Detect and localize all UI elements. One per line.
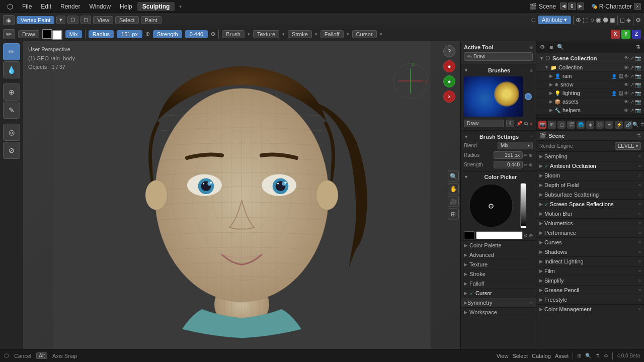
brush-delete-icon[interactable]: ×	[530, 121, 533, 127]
brushes-header[interactable]: ▼ Brushes ≡	[464, 66, 533, 74]
render-engine-select[interactable]: EEVEE ▾	[615, 142, 641, 150]
brightness-bar[interactable]	[520, 183, 526, 228]
render-scene-expand-icon[interactable]: ⚗	[636, 133, 641, 138]
grid-bottom-icon[interactable]: ⊞	[577, 353, 581, 358]
render-panel-search[interactable]: 🔍	[632, 122, 638, 127]
falloff-section[interactable]: ▶ Falloff	[461, 279, 536, 289]
asset-bottom-btn[interactable]: Asset	[555, 353, 569, 359]
panel-search-icon[interactable]: 🔍	[556, 43, 565, 51]
color-palette-section[interactable]: ▶ Color Palette	[461, 241, 536, 250]
transform-tool[interactable]: ⊕	[3, 83, 20, 101]
render-scene-icon[interactable]: 🎬	[567, 121, 575, 129]
sc-snow-item[interactable]: ▶ ❄ snow 👁 ↗ 📷	[536, 80, 644, 89]
color-a-swatch[interactable]	[42, 29, 52, 39]
rain-icon1[interactable]: 👤	[611, 74, 617, 79]
assets-eye[interactable]: 👁	[624, 99, 629, 105]
strength-label-btn[interactable]: Strength	[153, 30, 182, 38]
cursor-section[interactable]: ▶ ✓ Cursor	[461, 289, 536, 298]
render-obj-icon[interactable]: ◈	[586, 121, 594, 129]
sc-collection-item[interactable]: ▼ 📁 Collection 👁 ↗ 📷	[536, 63, 644, 72]
dof-section[interactable]: ▶ Depth of Field ≡	[536, 180, 644, 190]
assets-cursor[interactable]: ↗	[630, 99, 634, 105]
cursor-tool[interactable]: ◎	[3, 124, 20, 141]
color-reset-icon[interactable]: ↺	[524, 233, 528, 238]
helpers-cursor[interactable]: ↗	[630, 108, 634, 113]
render-output-icon[interactable]: ⊞	[548, 121, 556, 129]
sss-section[interactable]: ▶ Subsurface Scattering ≡	[536, 190, 644, 200]
color-b-swatch[interactable]	[52, 30, 62, 40]
zoom-icon[interactable]: 🔍	[448, 171, 459, 182]
view-icon2[interactable]: ⬚	[583, 16, 589, 24]
viewport[interactable]: X Z User Perspective (1) GEO-rain_body O…	[23, 41, 460, 349]
active-tool-more[interactable]: ≡	[530, 45, 533, 50]
rain-eye[interactable]: 👁	[624, 73, 629, 79]
rain-render[interactable]: 📷	[635, 73, 641, 79]
sc-render-icon[interactable]: 📷	[635, 55, 641, 61]
select-btn[interactable]: Select	[115, 16, 139, 24]
menu-help[interactable]: Help	[116, 2, 136, 11]
falloff-btn[interactable]: Falloff	[320, 30, 344, 38]
brush-active-indicator[interactable]	[525, 93, 532, 100]
helpers-render[interactable]: 📷	[635, 108, 641, 113]
panel-settings-icon[interactable]: ⚙	[538, 43, 546, 51]
perf-section[interactable]: ▶ Performance ≡	[536, 228, 644, 238]
nav-btn-red[interactable]: ●	[443, 60, 455, 72]
advanced-section[interactable]: ▶ Advanced	[461, 250, 536, 260]
sc-cursor-icon[interactable]: ↗	[630, 55, 634, 61]
nav-btn-green[interactable]: ●	[443, 75, 455, 87]
color-picker-icon[interactable]: ⊕	[529, 233, 533, 238]
brush-copy-icon[interactable]: ⧉	[524, 121, 528, 127]
panel-filter-icon[interactable]: ≡	[547, 43, 555, 51]
render-phys-icon[interactable]: ⚡	[615, 121, 623, 129]
pressure-icon2[interactable]: ⊕	[211, 31, 215, 37]
menu-edit[interactable]: Edit	[37, 2, 55, 11]
swatch-white[interactable]	[476, 231, 523, 239]
grid-icon[interactable]: ⊞	[448, 209, 459, 220]
symmetry-section[interactable]: ▶ Symmetry ≡	[461, 298, 536, 308]
brush-btn[interactable]: Brush	[222, 30, 245, 38]
brush-name-input[interactable]: Draw	[464, 120, 504, 127]
li-icon1[interactable]: 👤	[611, 91, 617, 96]
workspace-sculpting[interactable]: Sculpting	[137, 2, 175, 11]
snow-cursor[interactable]: ↗	[630, 82, 634, 87]
snow-eye[interactable]: 👁	[624, 82, 629, 87]
blur-tool[interactable]: 💧	[3, 61, 20, 78]
pressure-icon1[interactable]: ⊕	[145, 31, 150, 37]
gp-section[interactable]: ▶ Grease Pencil ≡	[536, 286, 644, 295]
view-icon3[interactable]: ○	[590, 16, 594, 24]
menu-file[interactable]: File	[18, 2, 36, 11]
menu-window[interactable]: Window	[85, 2, 115, 11]
radius-pen-icon[interactable]: ✏	[524, 153, 528, 158]
stroke-section[interactable]: ▶ Stroke	[461, 269, 536, 279]
color-wheel-container[interactable]	[464, 183, 518, 228]
cm-section[interactable]: ▶ Color Management ≡	[536, 305, 644, 314]
extra-tool[interactable]: ⊘	[3, 142, 20, 159]
shadows-section[interactable]: ▶ Shadows ≡	[536, 247, 644, 257]
radius-input[interactable]: 151 px	[494, 151, 523, 159]
brushes-more[interactable]: ≡	[530, 68, 533, 73]
falloff-dd[interactable]: ▾	[347, 32, 349, 37]
ao-section[interactable]: ▶ ✓ Ambient Occlusion ≡	[536, 161, 644, 171]
render-part-icon[interactable]: ✦	[605, 121, 613, 129]
sym-more[interactable]: ≡	[530, 300, 533, 306]
shading-icon2[interactable]: ◈	[626, 17, 631, 24]
view-icon6[interactable]: ◼	[610, 16, 615, 24]
filter-bottom-icon[interactable]: ⚗	[595, 353, 600, 358]
settings-icon[interactable]: ⚙	[635, 17, 641, 24]
texture-dd[interactable]: ▾	[282, 32, 285, 37]
draw-btn[interactable]: ✏ Draw	[464, 52, 533, 61]
indirect-section[interactable]: ▶ Indirect Lighting ≡	[536, 257, 644, 266]
workspace-section[interactable]: ▶ Workspace	[461, 308, 536, 317]
snow-render[interactable]: 📷	[635, 82, 641, 87]
strength-pen-icon[interactable]: ✏	[524, 162, 528, 167]
simplify-section[interactable]: ▶ Simplify ≡	[536, 276, 644, 286]
bloom-section[interactable]: ▶ Bloom ≡	[536, 171, 644, 180]
catalog-bottom-btn[interactable]: Catalog	[532, 353, 551, 359]
axis-x-btn[interactable]: X	[611, 30, 620, 39]
view-icon1[interactable]: ⊕	[576, 16, 581, 24]
add-workspace-btn[interactable]: +	[176, 3, 185, 11]
view-icon5[interactable]: ⬣	[603, 16, 608, 24]
blender-logo[interactable]: ⬡	[3, 2, 17, 12]
coll-cursor[interactable]: ↗	[630, 65, 634, 70]
view-bottom-btn[interactable]: View	[497, 353, 509, 359]
